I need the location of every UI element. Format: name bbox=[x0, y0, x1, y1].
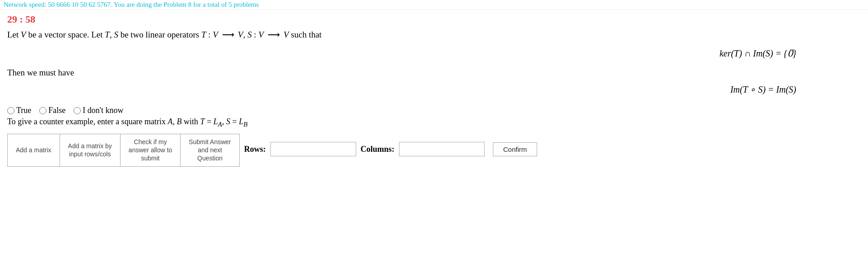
add-matrix-by-rows-line2: input rows/cols bbox=[69, 150, 111, 158]
check-answer-button[interactable]: Check if my answer allow to submit bbox=[121, 134, 181, 166]
add-matrix-button[interactable]: Add a matrix bbox=[8, 134, 60, 166]
check-answer-line1: Check if my bbox=[134, 138, 167, 145]
option-dontknow[interactable]: I don't know bbox=[74, 106, 123, 115]
rows-input[interactable] bbox=[270, 142, 356, 156]
rows-cols-area: Rows: Columns: Confirm bbox=[244, 142, 538, 156]
action-toolbar: Add a matrix Add a matrix by input rows/… bbox=[7, 134, 240, 167]
then-text: Then we must have bbox=[7, 68, 850, 78]
timer-display: 29 : 58 bbox=[0, 10, 868, 26]
math-equation-1: ker(T) ∩ Im(S) = {0̅} bbox=[7, 43, 850, 63]
top-bar-text: Network speed: 50 6666 10 50 62 5767. Yo… bbox=[0, 0, 868, 10]
rows-label: Rows: bbox=[244, 145, 266, 154]
check-answer-line2: answer allow to bbox=[129, 146, 172, 154]
option-false-label: False bbox=[48, 106, 65, 115]
radio-true[interactable] bbox=[7, 107, 14, 114]
question-area: Let V be a vector space. Let T, S be two… bbox=[0, 26, 858, 170]
check-answer-line3: submit bbox=[141, 155, 159, 162]
cols-label: Columns: bbox=[361, 145, 395, 154]
option-true-label: True bbox=[16, 106, 31, 115]
add-matrix-by-rows-line1: Add a matrix by bbox=[68, 142, 112, 150]
add-matrix-by-rows-cols-button[interactable]: Add a matrix by input rows/cols bbox=[60, 134, 121, 166]
answer-options: True False I don't know bbox=[7, 106, 850, 115]
submit-line3: Question bbox=[197, 155, 223, 162]
radio-false[interactable] bbox=[39, 107, 46, 114]
toolbar-row: Add a matrix Add a matrix by input rows/… bbox=[7, 132, 850, 167]
option-dontknow-label: I don't know bbox=[83, 106, 123, 115]
counter-example-text: To give a counter example, enter a squar… bbox=[7, 117, 850, 128]
cols-input[interactable] bbox=[399, 142, 485, 156]
submit-answer-button[interactable]: Submit Answer and next Question bbox=[181, 134, 239, 166]
math-equation-2: Im(T ∘ S) = Im(S) bbox=[7, 80, 850, 99]
option-true[interactable]: True bbox=[7, 106, 31, 115]
question-line1: Let V be a vector space. Let T, S be two… bbox=[7, 28, 850, 42]
option-false[interactable]: False bbox=[39, 106, 65, 115]
radio-dontknow[interactable] bbox=[74, 107, 81, 114]
submit-line1: Submit Answer bbox=[189, 138, 231, 145]
confirm-button[interactable]: Confirm bbox=[493, 142, 538, 156]
submit-line2: and next bbox=[198, 146, 222, 154]
